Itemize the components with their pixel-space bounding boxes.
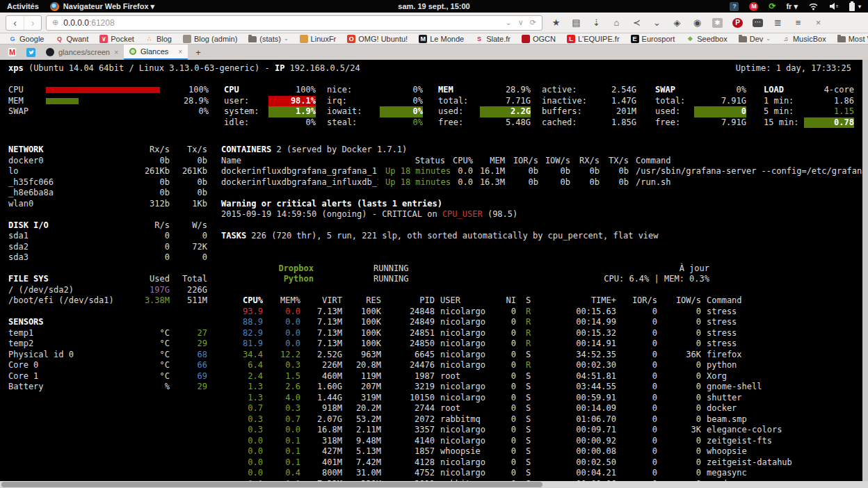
download-icon[interactable]: ⇣ xyxy=(591,17,602,29)
layers-icon[interactable]: ≣ xyxy=(773,17,783,29)
row-value: 3.38M xyxy=(124,295,170,307)
activities-button[interactable]: Activités xyxy=(7,2,39,10)
sensor-label: Battery xyxy=(8,382,124,393)
ublock-icon[interactable]: ✱ xyxy=(712,18,723,28)
bookmark-pocket[interactable]: ∨Pocket xyxy=(99,35,134,43)
tab-github-glances[interactable]: glances/screenshot-w… × xyxy=(40,44,124,60)
row-label: wlan0 xyxy=(8,199,124,210)
container-cpu: 0.0 xyxy=(445,166,473,177)
sensor-value: 29 xyxy=(170,382,207,393)
tab-glances[interactable]: Glances × xyxy=(124,44,188,60)
column-header: IOW/s xyxy=(657,295,701,307)
bookmark-musicbox[interactable]: ♫MusicBox xyxy=(782,35,826,43)
pocket-icon[interactable]: ⌄ xyxy=(652,17,662,29)
share-icon[interactable]: ≺ xyxy=(632,17,642,29)
proc-command: shutter xyxy=(701,393,868,404)
chevron-down-icon: ⌄ xyxy=(766,35,771,42)
proc-command: elegance-colors xyxy=(701,425,868,436)
new-tab-button[interactable]: + xyxy=(191,47,206,58)
proc-res: 100K xyxy=(342,328,381,339)
stat-label: SWAP xyxy=(655,85,694,96)
wifi-icon[interactable] xyxy=(808,2,819,10)
bookmark-dev[interactable]: Dev⌄ xyxy=(739,35,771,43)
proc-time: 00:15.32 xyxy=(533,328,616,339)
pinned-tab-twitter[interactable] xyxy=(22,44,40,60)
proc-mem: 0.0 xyxy=(263,339,300,350)
quicklook-bar xyxy=(46,96,160,107)
help-icon[interactable]: ? xyxy=(730,2,739,11)
volume-muted-icon[interactable] xyxy=(829,2,839,10)
proc-pid: 6645 xyxy=(381,350,435,361)
section-title: SENSORS xyxy=(8,317,124,328)
horizontal-scrollbar[interactable] xyxy=(0,481,868,488)
bookmarks-dropdown-icon[interactable]: ∨ xyxy=(518,18,524,27)
app-menu[interactable]: Navigateur Web Firefox ▾ xyxy=(50,2,154,11)
bookmark-blog-admin[interactable]: Blog (admin) xyxy=(183,35,237,43)
proc-cpu: 0.0 xyxy=(221,446,263,457)
stat-value: 0% xyxy=(380,106,423,117)
chat-icon[interactable]: ⋯ xyxy=(753,19,763,27)
proc-status: S xyxy=(516,414,533,425)
pinterest-icon[interactable]: P xyxy=(732,18,743,28)
sensor-value: 29 xyxy=(170,339,207,350)
horizontal-scrollbar-thumb[interactable] xyxy=(1,482,542,487)
container-mem: 16.3M xyxy=(473,177,505,188)
bookmark-ogcn[interactable]: OGCN xyxy=(522,35,556,43)
pinned-tab-gmail[interactable]: M xyxy=(3,44,22,60)
battery-indicator[interactable]: ▾ xyxy=(849,2,861,11)
bookmark-linuxfr[interactable]: LinuxFr xyxy=(300,35,337,43)
site-identity-icon[interactable]: ⊕ xyxy=(52,18,58,27)
disconnect-icon[interactable]: ◉ xyxy=(692,17,702,29)
bookmark-google[interactable]: GGoogle xyxy=(8,35,44,43)
bookmark-star-icon[interactable]: ★ xyxy=(551,17,561,29)
sync-icon[interactable]: ⟳ xyxy=(769,2,775,11)
browser-toolbar: ‹ › ⊕ 0.0.0.0:61208 ⌄∨⟳ ★▤⇣⌂≺⌄◈◉✱P⋯≣≡× xyxy=(0,13,868,33)
menu-icon[interactable]: ≡ xyxy=(793,17,803,29)
battery-icon xyxy=(849,3,855,11)
sensor-label: Core 1 xyxy=(8,371,124,382)
bookmark-le-monde[interactable]: MLe Monde xyxy=(419,35,464,43)
forget-icon[interactable]: ◈ xyxy=(672,17,682,29)
stat-label: cached: xyxy=(531,117,596,129)
process-header-row: CPU%MEM%VIRTRESPIDUSERNISTIME+IOR/sIOW/s… xyxy=(221,295,868,307)
keyboard-layout-indicator[interactable]: fr ▾ xyxy=(786,2,798,11)
sensor-unit: °C xyxy=(124,360,170,371)
bookmark-omg-ubuntu[interactable]: OOMG! Ubuntu! xyxy=(347,35,408,43)
mega-icon[interactable]: M xyxy=(749,2,758,11)
proc-pid: 2744 xyxy=(381,403,435,414)
tab-close-icon[interactable]: × xyxy=(178,48,182,56)
pocket-save-icon[interactable]: ⌄ xyxy=(506,18,512,27)
bookmark-label: Eurosport xyxy=(642,35,675,43)
back-button[interactable]: ‹ xyxy=(6,16,24,30)
bookmark-eurosport[interactable]: EEurosport xyxy=(631,35,675,43)
proc-ior: 0 xyxy=(616,468,657,479)
bookmark-most-visited[interactable]: Most Visited⌄ xyxy=(837,35,868,43)
vertical-scrollbar[interactable] xyxy=(862,60,868,481)
bookmark-blog[interactable]: ∴Blog xyxy=(145,35,172,43)
close-icon[interactable]: × xyxy=(813,17,823,29)
forward-button[interactable]: › xyxy=(24,16,41,30)
column-header: Total xyxy=(170,274,207,285)
home-icon[interactable]: ⌂ xyxy=(611,17,622,29)
bookmark-seedbox[interactable]: ❖Seedbox xyxy=(686,35,727,43)
bookmark-stats[interactable]: (stats)⌄ xyxy=(248,35,288,43)
bookmark-qwant[interactable]: QQwant xyxy=(55,35,88,43)
tab-close-icon[interactable]: × xyxy=(114,49,118,56)
clipboard-icon[interactable]: ▤ xyxy=(571,17,581,29)
reload-icon[interactable]: ⟳ xyxy=(530,18,536,27)
bookmark-lequipe[interactable]: LL'EQUIPE.fr xyxy=(567,35,620,43)
proc-pid: 1987 xyxy=(381,371,435,382)
process-row: 0.00.1427M5.13M1857whoopsie0S00:00.0800w… xyxy=(221,446,868,457)
history-buttons: ‹ › xyxy=(6,15,42,31)
column-header[interactable]: CPU% xyxy=(221,295,263,307)
sensors-panel: SENSORStemp1°C27temp2°C29Physical id 0°C… xyxy=(8,317,207,393)
url-bar[interactable]: ⊕ 0.0.0.0:61208 ⌄∨⟳ xyxy=(46,15,542,31)
proc-user: nicolargo xyxy=(435,317,506,328)
proc-status: S xyxy=(516,382,533,393)
sensor-value: 66 xyxy=(170,360,207,371)
quicklook-bar xyxy=(46,106,160,117)
proc-iow: 0 xyxy=(657,382,701,393)
bookmark-slate[interactable]: SSlate.fr xyxy=(475,35,511,43)
url-text: 0.0.0.0:61208 xyxy=(63,18,114,28)
proc-mem: 12.2 xyxy=(263,350,300,361)
